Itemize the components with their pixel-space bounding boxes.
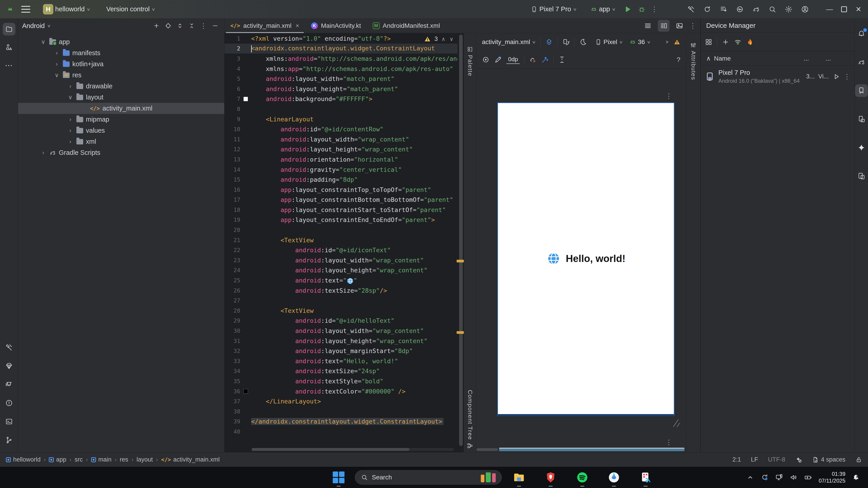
next-problem-button[interactable]: ∨ bbox=[450, 36, 454, 42]
column-api[interactable]: ... bbox=[804, 55, 809, 62]
caret-position[interactable]: 2:1 bbox=[733, 456, 741, 463]
code-line[interactable]: 19 app:layout_constraintEnd_toEndOf="par… bbox=[224, 215, 458, 225]
code-line[interactable]: 13 android:orientation="horizontal" bbox=[224, 154, 458, 164]
tool-window-build[interactable] bbox=[3, 341, 16, 354]
titlebar-build-button[interactable] bbox=[687, 5, 695, 13]
guideline-button[interactable] bbox=[558, 56, 566, 63]
code-line[interactable]: 17 app:layout_constraintBottom_toBottomO… bbox=[224, 195, 458, 205]
line-ending[interactable]: LF bbox=[751, 456, 758, 463]
project-kebab-button[interactable]: ⋮ bbox=[198, 21, 209, 31]
code-editor[interactable]: 1<?xml version="1.0" encoding="utf-8"?>2… bbox=[224, 33, 458, 447]
start-device-button[interactable] bbox=[832, 73, 840, 81]
breadcrumb-item-helloworld[interactable]: helloworld bbox=[6, 456, 41, 463]
project-collapse-all-button[interactable] bbox=[187, 21, 197, 31]
project-view-selector[interactable]: Android bbox=[22, 22, 45, 30]
tree-item-gradle-scripts[interactable]: ›Gradle Scripts bbox=[18, 147, 224, 158]
expand-chevron-icon[interactable]: › bbox=[67, 127, 74, 134]
project-hide-button[interactable] bbox=[210, 21, 220, 31]
breadcrumb-item-app[interactable]: app bbox=[49, 456, 66, 463]
lock-icon[interactable] bbox=[855, 456, 862, 463]
night-mode-button[interactable] bbox=[579, 38, 587, 46]
run-configuration-dropdown[interactable]: app ∨ bbox=[590, 5, 616, 13]
code-line[interactable]: 16 app:layout_constraintTop_toTopOf="par… bbox=[224, 185, 458, 195]
device-for-preview-button[interactable]: Pixel ∨ bbox=[595, 38, 623, 45]
tool-window-more[interactable]: ⋯ bbox=[3, 59, 16, 72]
run-button[interactable] bbox=[624, 5, 631, 13]
code-line[interactable]: 35 android:textStyle="bold" bbox=[224, 376, 458, 386]
tool-window-app-quality-insights[interactable] bbox=[3, 360, 16, 372]
code-line[interactable]: 9 <LinearLayout bbox=[224, 114, 458, 124]
debug-button[interactable] bbox=[638, 5, 646, 13]
code-line[interactable]: 22 android:id="@+id/iconText" bbox=[224, 245, 458, 255]
view-options-button[interactable] bbox=[482, 56, 490, 63]
close-tab-icon[interactable]: × bbox=[296, 22, 299, 29]
infer-constraints-button[interactable] bbox=[541, 56, 549, 63]
titlebar-build-variants-button[interactable] bbox=[720, 5, 727, 13]
warning-stripe-mark[interactable] bbox=[457, 260, 464, 263]
editor-tab-mainactivity-kt[interactable]: KMainActivity.kt bbox=[305, 18, 367, 33]
preview-resize-handle[interactable] bbox=[671, 418, 682, 429]
code-line[interactable]: 26 android:textSize="28sp"/> bbox=[224, 285, 458, 296]
code-line[interactable]: 12 android:layout_height="wrap_content" bbox=[224, 145, 458, 155]
project-add-button[interactable] bbox=[151, 21, 161, 31]
layout-warnings-button[interactable] bbox=[674, 39, 680, 45]
code-line[interactable]: 40 bbox=[224, 427, 458, 437]
collapse-chevron-icon[interactable]: ∨ bbox=[40, 38, 46, 45]
clear-constraints-button[interactable] bbox=[529, 56, 537, 63]
code-line[interactable]: 3 xmlns:android="http://schemas.android.… bbox=[224, 54, 458, 64]
tool-window-problems[interactable] bbox=[3, 397, 16, 409]
orientation-button[interactable] bbox=[562, 38, 570, 46]
preview-menu-button-bottom[interactable]: ⋮ bbox=[665, 438, 672, 446]
code-line[interactable]: 8 bbox=[224, 104, 458, 114]
phone-preview-canvas[interactable]: Hello, world! bbox=[497, 102, 675, 416]
design-surface-button[interactable] bbox=[545, 38, 553, 46]
tray-sync[interactable] bbox=[761, 474, 769, 481]
device-menu-button[interactable]: ⋮ bbox=[844, 72, 850, 81]
toolbar-overflow-chevron[interactable]: ∨ bbox=[665, 40, 669, 44]
start-button[interactable] bbox=[332, 470, 345, 485]
design-file-selector[interactable]: activity_main.xml ∨ bbox=[482, 38, 536, 45]
tray-battery[interactable] bbox=[804, 474, 812, 481]
project-locate-button[interactable] bbox=[163, 21, 173, 31]
design-view-button[interactable] bbox=[674, 20, 685, 32]
collapse-chevron-icon[interactable]: ∨ bbox=[53, 72, 60, 79]
split-view-button[interactable] bbox=[658, 20, 670, 32]
code-line[interactable]: 1<?xml version="1.0" encoding="utf-8"?> bbox=[224, 33, 458, 43]
code-line[interactable]: 36 android:textColor="#000000" /> bbox=[224, 386, 458, 396]
column-name[interactable]: Name bbox=[714, 55, 731, 62]
editor-tab-androidmanifest-xml[interactable]: MAndroidManifest.xml bbox=[367, 18, 446, 33]
code-view-button[interactable] bbox=[642, 20, 654, 32]
code-line[interactable]: 28 <TextView bbox=[224, 306, 458, 316]
expand-chevron-icon[interactable]: › bbox=[53, 61, 60, 68]
code-line[interactable]: 7 android:background="#FFFFFF"> bbox=[224, 94, 458, 104]
tool-window-terminal[interactable] bbox=[3, 415, 16, 428]
attributes-tab[interactable]: Attributes bbox=[686, 42, 700, 80]
titlebar-settings-button[interactable] bbox=[785, 5, 793, 13]
titlebar-sync-button[interactable] bbox=[704, 5, 711, 13]
code-line[interactable]: 5 android:layout_width="match_parent" bbox=[224, 74, 458, 84]
code-line[interactable]: 39</androidx.constraintlayout.widget.Con… bbox=[224, 417, 458, 427]
tool-window-project[interactable] bbox=[3, 23, 16, 35]
expand-chevron-icon[interactable]: › bbox=[67, 83, 74, 90]
project-expand-all-button[interactable] bbox=[175, 21, 185, 31]
sort-indicator[interactable]: ∧ bbox=[706, 55, 711, 62]
api-version-button[interactable]: 36 ∨ bbox=[629, 38, 651, 45]
code-line[interactable]: 23 android:layout_width="wrap_content" bbox=[224, 255, 458, 265]
breadcrumb-item-main[interactable]: main bbox=[91, 456, 112, 463]
file-encoding[interactable]: UTF-8 bbox=[768, 456, 785, 463]
design-surface[interactable]: ⋮ Hello, world! ⋮ bbox=[476, 68, 686, 452]
code-line[interactable]: 27 bbox=[224, 296, 458, 306]
code-line[interactable]: 18 app:layout_constraintStart_toStartOf=… bbox=[224, 205, 458, 215]
tool-window-device-manager[interactable] bbox=[855, 84, 868, 97]
tree-item-drawable[interactable]: ›drawable bbox=[18, 81, 224, 92]
titlebar-account-button[interactable] bbox=[801, 5, 809, 13]
design-horizontal-scrollbar[interactable] bbox=[476, 448, 686, 451]
collapse-chevron-icon[interactable]: ∨ bbox=[67, 94, 74, 101]
tray-chevron[interactable] bbox=[746, 474, 754, 481]
tray-display[interactable] bbox=[775, 474, 783, 481]
color-preview-swatch[interactable] bbox=[243, 97, 248, 101]
main-menu-button[interactable] bbox=[21, 6, 30, 13]
tree-item-activity-main-xml[interactable]: </>activity_main.xml bbox=[18, 103, 224, 114]
more-run-options-button[interactable]: ⋮ bbox=[651, 5, 658, 13]
code-line[interactable]: 10 android:id="@+id/contentRow" bbox=[224, 124, 458, 134]
